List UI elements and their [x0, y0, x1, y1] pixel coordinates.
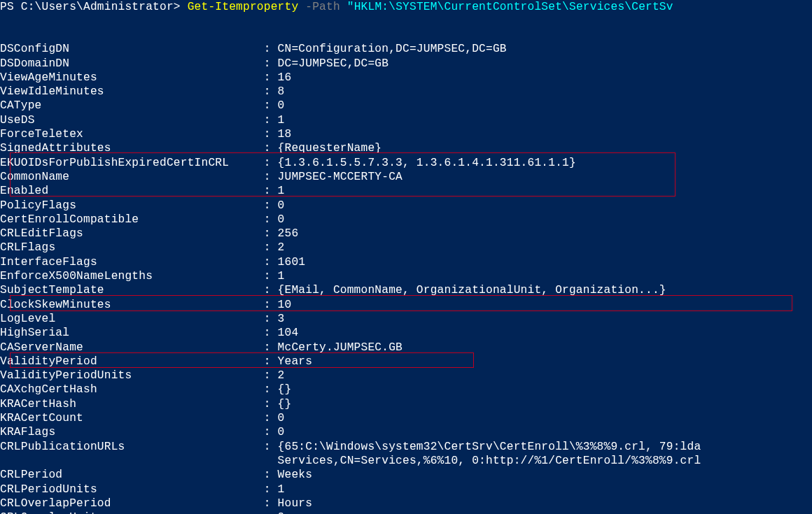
prompt-cmdlet: Get-Itemproperty: [188, 1, 299, 13]
output-line: ValidityPeriodUnits : 2: [0, 369, 812, 383]
output-line: CRLPublicationURLs : {65:C:\Windows\syst…: [0, 440, 812, 454]
output-line: DSConfigDN : CN=Configuration,DC=JUMPSEC…: [0, 42, 812, 56]
output-line: CRLOverlapUnits : 0: [0, 511, 812, 514]
output-line: Services,CN=Services,%6%10, 0:http://%1/…: [0, 454, 812, 468]
output-line: CRLOverlapPeriod : Hours: [0, 497, 812, 511]
output-line: SubjectTemplate : {EMail, CommonName, Or…: [0, 283, 812, 297]
output-line: SignedAttributes : {RequesterName}: [0, 141, 812, 155]
output-line: HighSerial : 104: [0, 326, 812, 340]
output-block: DSConfigDN : CN=Configuration,DC=JUMPSEC…: [0, 42, 812, 514]
prompt-param-value: "HKLM:\SYSTEM\CurrentControlSet\Services…: [347, 1, 673, 13]
output-line: UseDS : 1: [0, 113, 812, 127]
output-line: CAServerName : McCerty.JUMPSEC.GB: [0, 341, 812, 355]
output-line: CRLEditFlags : 256: [0, 227, 812, 241]
output-line: CRLPeriodUnits : 1: [0, 483, 812, 497]
output-line: ClockSkewMinutes : 10: [0, 298, 812, 312]
prompt-param-name: -Path: [298, 1, 346, 13]
output-line: CAType : 0: [0, 99, 812, 113]
output-line: InterfaceFlags : 1601: [0, 255, 812, 269]
output-line: Enabled : 1: [0, 184, 812, 198]
prompt-line: PS C:\Users\Administrator> Get-Itemprope…: [0, 0, 812, 14]
output-line: CRLFlags : 2: [0, 241, 812, 255]
output-line: ViewIdleMinutes : 8: [0, 85, 812, 99]
output-line: KRAFlags : 0: [0, 425, 812, 439]
output-line: DSDomainDN : DC=JUMPSEC,DC=GB: [0, 57, 812, 71]
output-line: CertEnrollCompatible : 0: [0, 213, 812, 227]
output-line: ViewAgeMinutes : 16: [0, 71, 812, 85]
output-line: ForceTeletex : 18: [0, 127, 812, 141]
prompt-prefix: PS C:\Users\Administrator>: [0, 1, 188, 13]
output-line: CAXchgCertHash : {}: [0, 383, 812, 397]
output-line: KRACertHash : {}: [0, 397, 812, 411]
output-line: CommonName : JUMPSEC-MCCERTY-CA: [0, 170, 812, 184]
output-line: KRACertCount : 0: [0, 411, 812, 425]
output-spacer: [0, 14, 812, 42]
output-line: PolicyFlags : 0: [0, 199, 812, 213]
output-line: LogLevel : 3: [0, 312, 812, 326]
output-line: EKUOIDsForPublishExpiredCertInCRL : {1.3…: [0, 156, 812, 170]
output-line: ValidityPeriod : Years: [0, 355, 812, 369]
output-line: CRLPeriod : Weeks: [0, 468, 812, 482]
output-line: EnforceX500NameLengths : 1: [0, 269, 812, 283]
